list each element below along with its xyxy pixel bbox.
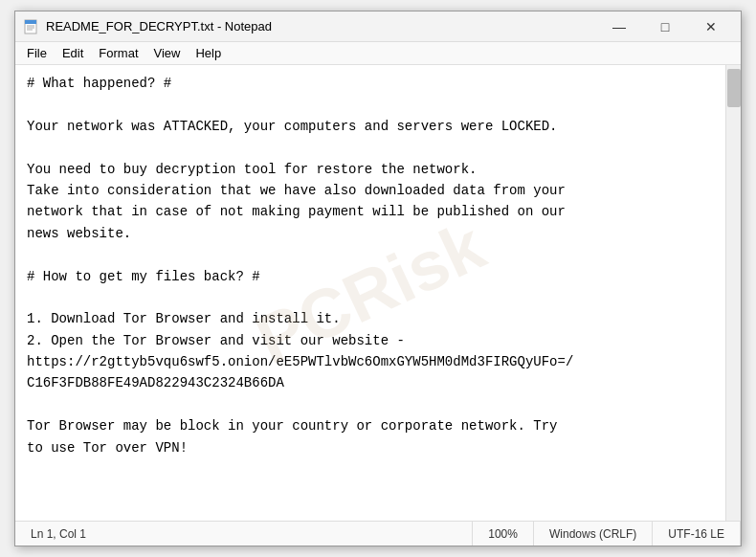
status-bar: Ln 1, Col 1 100% Windows (CRLF) UTF-16 L… — [15, 521, 741, 546]
minimize-button[interactable]: — — [597, 11, 641, 42]
menu-file[interactable]: File — [19, 44, 55, 62]
zoom-level: 100% — [488, 527, 518, 541]
status-line-ending: Windows (CRLF) — [534, 522, 653, 546]
menu-help[interactable]: Help — [188, 44, 229, 62]
menu-edit[interactable]: Edit — [55, 44, 91, 62]
status-zoom: 100% — [473, 522, 534, 546]
svg-rect-1 — [25, 20, 36, 24]
notepad-window: README_FOR_DECRYPT.txt - Notepad — □ ✕ F… — [14, 11, 742, 546]
close-button[interactable]: ✕ — [689, 11, 733, 42]
menu-view[interactable]: View — [146, 44, 189, 62]
window-title: README_FOR_DECRYPT.txt - Notepad — [46, 19, 597, 33]
menu-format[interactable]: Format — [91, 44, 145, 62]
text-editor[interactable]: # What happened? # Your network was ATTA… — [15, 65, 725, 521]
vertical-scrollbar[interactable] — [725, 65, 741, 521]
watermark: PCRisk — [237, 192, 502, 394]
maximize-button[interactable]: □ — [643, 11, 687, 42]
cursor-position: Ln 1, Col 1 — [31, 527, 86, 541]
title-bar: README_FOR_DECRYPT.txt - Notepad — □ ✕ — [15, 11, 741, 42]
encoding: UTF-16 LE — [668, 527, 724, 541]
line-ending: Windows (CRLF) — [549, 527, 636, 541]
menu-bar: File Edit Format View Help — [15, 42, 741, 65]
editor-area: # What happened? # Your network was ATTA… — [15, 65, 741, 521]
status-encoding: UTF-16 LE — [653, 522, 741, 546]
app-icon — [23, 19, 38, 34]
scrollbar-thumb[interactable] — [727, 69, 741, 107]
window-controls: — □ ✕ — [597, 11, 733, 42]
status-position: Ln 1, Col 1 — [15, 522, 473, 546]
